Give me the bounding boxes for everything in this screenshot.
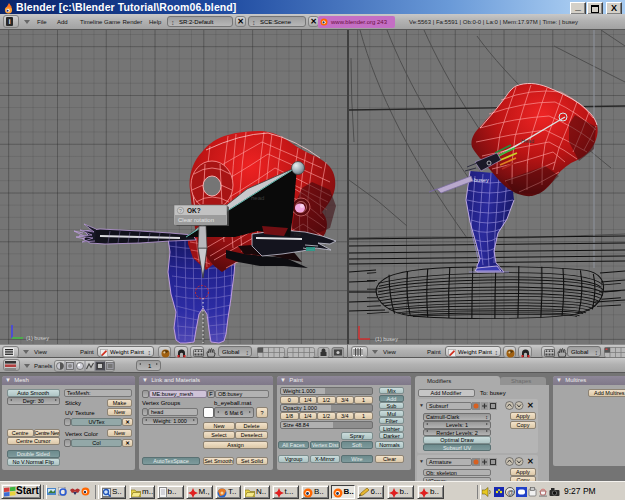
svg-text:@: @ (507, 488, 514, 495)
svg-text:OK?: OK? (187, 207, 201, 214)
svg-text:head: head (251, 195, 264, 201)
svg-text:Clear rotation: Clear rotation (178, 217, 214, 223)
svg-text:nd: nd (294, 231, 301, 237)
svg-text:?: ? (179, 208, 182, 214)
svg-text:busey: busey (474, 177, 489, 183)
svg-text:Head: Head (521, 138, 534, 144)
svg-text:(1) busey: (1) busey (26, 335, 49, 341)
svg-text:(1) busey: (1) busey (375, 336, 398, 342)
